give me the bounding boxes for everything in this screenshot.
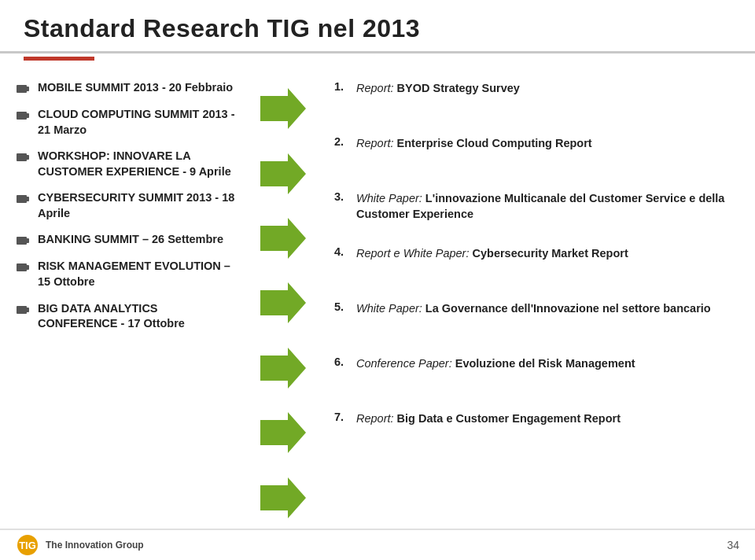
report-number: 4.: [334, 245, 350, 258]
title-section: Standard Research TIG nel 2013: [0, 0, 755, 53]
tig-logo-icon: TIG: [16, 533, 39, 557]
footer: TIG The Innovation Group 34: [0, 529, 755, 560]
green-arrow-svg: [260, 88, 306, 129]
svg-rect-9: [26, 238, 29, 243]
arrow-icon: [256, 406, 311, 459]
report-number: 6.: [334, 356, 350, 368]
report-number: 2.: [334, 135, 350, 148]
bullet-icon: [16, 303, 30, 317]
arrow-icon: [256, 276, 311, 330]
report-item: 7. Report: Big Data e Customer Engagemen…: [334, 411, 739, 458]
svg-rect-8: [17, 237, 27, 245]
report-item: 6. Conference Paper: Evoluzione del Risk…: [334, 356, 739, 403]
report-item: 3. White Paper: L'innovazione Multicanal…: [334, 190, 739, 238]
report-text: Conference Paper: Evoluzione del Risk Ma…: [356, 356, 635, 371]
svg-rect-10: [17, 263, 27, 271]
event-item: WORKSHOP: INNOVARE LA CUSTOMER EXPERIENC…: [16, 149, 236, 179]
bullet-icon: [16, 150, 30, 164]
svg-marker-20: [260, 477, 306, 518]
report-text: Report: Big Data e Customer Engagement R…: [356, 411, 621, 426]
report-item: 4. Report e White Paper: Cybersecurity M…: [334, 245, 739, 293]
report-item: 5. White Paper: La Governance dell'Innov…: [334, 300, 739, 348]
arrows-column: [244, 76, 322, 530]
report-number: 5.: [334, 300, 350, 313]
svg-text:TIG: TIG: [19, 540, 36, 551]
bullet-icon: [16, 109, 30, 123]
svg-marker-18: [260, 348, 306, 389]
event-item: BIG DATA ANALYTICS CONFERENCE - 17 Ottob…: [16, 301, 236, 332]
svg-rect-7: [26, 197, 29, 201]
svg-rect-6: [17, 195, 27, 203]
footer-logo-text: The Innovation Group: [46, 540, 144, 551]
green-arrow-svg: [260, 218, 306, 259]
bullet-icon: [16, 82, 30, 96]
footer-logo: TIG The Innovation Group: [16, 533, 144, 557]
svg-marker-15: [260, 153, 306, 194]
svg-rect-0: [17, 85, 27, 93]
arrow-icon: [256, 82, 311, 135]
bullet-icon: [16, 260, 30, 274]
reports-column: 1. Report: BYOD Strategy Survey 2. Repor…: [322, 76, 739, 530]
bullet-icon: [16, 192, 30, 206]
event-text: RISK MANAGEMENT EVOLUTION – 15 Ottobre: [38, 259, 236, 289]
svg-rect-2: [17, 112, 27, 120]
arrow-icon: [256, 212, 311, 265]
event-text: CYBERSECURITY SUMMIT 2013 - 18 Aprile: [38, 190, 236, 221]
footer-page-number: 34: [727, 539, 739, 551]
report-text: White Paper: L'innovazione Multicanale d…: [356, 190, 739, 223]
event-text: MOBILE SUMMIT 2013 - 20 Febbraio: [38, 80, 233, 96]
report-text: Report: Enterprise Cloud Computing Repor…: [356, 135, 592, 151]
svg-rect-5: [26, 155, 29, 160]
report-text: Report e White Paper: Cybersecurity Mark…: [356, 245, 628, 261]
green-arrow-svg: [260, 477, 306, 518]
green-arrow-svg: [260, 412, 306, 453]
green-arrow-svg: [260, 282, 306, 323]
report-item: 2. Report: Enterprise Cloud Computing Re…: [334, 135, 739, 182]
arrow-icon: [256, 471, 311, 525]
report-number: 3.: [334, 190, 350, 203]
report-number: 1.: [334, 80, 350, 93]
svg-marker-16: [260, 218, 306, 259]
report-item: 1. Report: BYOD Strategy Survey: [334, 80, 739, 127]
event-item: CYBERSECURITY SUMMIT 2013 - 18 Aprile: [16, 190, 236, 221]
svg-rect-4: [17, 153, 27, 161]
svg-marker-17: [260, 282, 306, 323]
event-text: WORKSHOP: INNOVARE LA CUSTOMER EXPERIENC…: [38, 149, 236, 179]
report-text: Report: BYOD Strategy Survey: [356, 80, 520, 96]
svg-rect-11: [26, 265, 29, 270]
svg-rect-12: [17, 306, 27, 314]
events-column: MOBILE SUMMIT 2013 - 20 Febbraio CLOUD C…: [16, 76, 244, 530]
bullet-icon: [16, 234, 30, 248]
event-item: MOBILE SUMMIT 2013 - 20 Febbraio: [16, 80, 236, 96]
green-arrow-svg: [260, 153, 306, 194]
event-text: CLOUD COMPUTING SUMMIT 2013 - 21 Marzo: [38, 107, 236, 138]
arrow-icon: [256, 147, 311, 201]
event-text: BIG DATA ANALYTICS CONFERENCE - 17 Ottob…: [38, 301, 236, 332]
svg-marker-14: [260, 88, 306, 129]
report-number: 7.: [334, 411, 350, 423]
event-text: BANKING SUMMIT – 26 Settembre: [38, 232, 223, 248]
event-item: CLOUD COMPUTING SUMMIT 2013 - 21 Marzo: [16, 107, 236, 138]
svg-rect-1: [26, 87, 29, 91]
green-arrow-svg: [260, 348, 306, 389]
arrow-icon: [256, 341, 311, 395]
svg-rect-13: [26, 308, 29, 312]
report-text: White Paper: La Governance dell'Innovazi…: [356, 300, 711, 316]
page-title: Standard Research TIG nel 2013: [24, 14, 731, 43]
event-item: RISK MANAGEMENT EVOLUTION – 15 Ottobre: [16, 259, 236, 289]
svg-marker-19: [260, 412, 306, 453]
svg-rect-3: [26, 113, 29, 118]
event-item: BANKING SUMMIT – 26 Settembre: [16, 232, 236, 248]
main-content: MOBILE SUMMIT 2013 - 20 Febbraio CLOUD C…: [0, 61, 755, 530]
